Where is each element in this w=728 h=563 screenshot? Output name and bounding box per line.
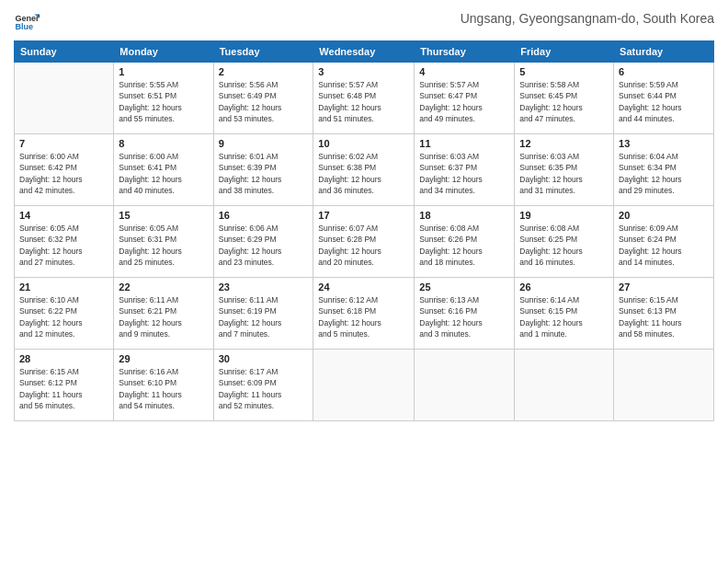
day-info: Sunrise: 6:14 AMSunset: 6:15 PMDaylight:… [519,294,609,339]
day-info: Sunrise: 6:03 AMSunset: 6:37 PMDaylight:… [419,151,509,196]
day-cell: 5Sunrise: 5:58 AMSunset: 6:45 PMDaylight… [515,63,614,134]
day-cell: 12Sunrise: 6:03 AMSunset: 6:35 PMDayligh… [515,134,614,206]
day-info: Sunrise: 6:07 AMSunset: 6:28 PMDaylight:… [318,223,409,268]
day-info: Sunrise: 6:02 AMSunset: 6:38 PMDaylight:… [318,151,409,196]
day-info: Sunrise: 6:08 AMSunset: 6:25 PMDaylight:… [519,223,609,268]
day-cell: 26Sunrise: 6:14 AMSunset: 6:15 PMDayligh… [515,278,614,350]
day-info: Sunrise: 6:13 AMSunset: 6:16 PMDaylight:… [419,294,509,339]
day-cell [415,350,515,421]
day-info: Sunrise: 6:09 AMSunset: 6:24 PMDaylight:… [619,223,709,268]
day-number: 3 [318,66,409,77]
day-cell: 14Sunrise: 6:05 AMSunset: 6:32 PMDayligh… [15,206,114,278]
col-header-sunday: Sunday [15,41,114,63]
day-info: Sunrise: 6:12 AMSunset: 6:18 PMDaylight:… [318,294,409,339]
day-info: Sunrise: 6:15 AMSunset: 6:13 PMDaylight:… [619,294,709,339]
day-number: 20 [619,210,709,221]
day-info: Sunrise: 6:06 AMSunset: 6:29 PMDaylight:… [219,223,309,268]
day-info: Sunrise: 6:11 AMSunset: 6:19 PMDaylight:… [219,294,309,339]
day-number: 8 [119,138,208,149]
day-info: Sunrise: 6:05 AMSunset: 6:31 PMDaylight:… [119,223,208,268]
day-number: 14 [19,210,108,221]
day-number: 9 [219,138,309,149]
day-info: Sunrise: 6:11 AMSunset: 6:21 PMDaylight:… [119,294,208,339]
day-info: Sunrise: 6:00 AMSunset: 6:42 PMDaylight:… [19,151,108,196]
day-cell: 17Sunrise: 6:07 AMSunset: 6:28 PMDayligh… [313,206,415,278]
day-cell: 20Sunrise: 6:09 AMSunset: 6:24 PMDayligh… [614,206,714,278]
day-number: 6 [619,66,709,77]
day-number: 5 [519,66,609,77]
day-info: Sunrise: 6:00 AMSunset: 6:41 PMDaylight:… [119,151,208,196]
day-number: 11 [419,138,509,149]
day-number: 25 [419,282,509,293]
day-info: Sunrise: 5:56 AMSunset: 6:49 PMDaylight:… [219,79,309,124]
col-header-wednesday: Wednesday [313,41,415,63]
day-info: Sunrise: 5:57 AMSunset: 6:47 PMDaylight:… [419,79,509,124]
day-info: Sunrise: 6:16 AMSunset: 6:10 PMDaylight:… [119,366,208,411]
day-cell: 25Sunrise: 6:13 AMSunset: 6:16 PMDayligh… [415,278,515,350]
day-cell [313,350,415,421]
page: General Blue Ungsang, Gyeongsangnam-do, … [0,0,728,563]
calendar-table: SundayMondayTuesdayWednesdayThursdayFrid… [14,40,714,421]
day-cell: 2Sunrise: 5:56 AMSunset: 6:49 PMDaylight… [213,63,313,134]
day-cell: 11Sunrise: 6:03 AMSunset: 6:37 PMDayligh… [415,134,515,206]
day-number: 19 [519,210,609,221]
day-info: Sunrise: 5:57 AMSunset: 6:48 PMDaylight:… [318,79,409,124]
day-number: 18 [419,210,509,221]
day-number: 4 [419,66,509,77]
day-number: 17 [318,210,409,221]
day-number: 16 [219,210,309,221]
day-cell: 21Sunrise: 6:10 AMSunset: 6:22 PMDayligh… [15,278,114,350]
day-cell: 30Sunrise: 6:17 AMSunset: 6:09 PMDayligh… [213,350,313,421]
col-header-monday: Monday [114,41,213,63]
day-info: Sunrise: 6:03 AMSunset: 6:35 PMDaylight:… [519,151,609,196]
title-block: Ungsang, Gyeongsangnam-do, South Korea [461,9,714,26]
day-cell: 8Sunrise: 6:00 AMSunset: 6:41 PMDaylight… [114,134,213,206]
day-cell: 22Sunrise: 6:11 AMSunset: 6:21 PMDayligh… [114,278,213,350]
col-header-friday: Friday [515,41,614,63]
day-cell: 13Sunrise: 6:04 AMSunset: 6:34 PMDayligh… [614,134,714,206]
day-info: Sunrise: 6:05 AMSunset: 6:32 PMDaylight:… [19,223,108,268]
day-number: 23 [219,282,309,293]
day-cell: 16Sunrise: 6:06 AMSunset: 6:29 PMDayligh… [213,206,313,278]
day-number: 10 [318,138,409,149]
day-cell: 28Sunrise: 6:15 AMSunset: 6:12 PMDayligh… [15,350,114,421]
logo-icon: General Blue [14,9,40,35]
day-info: Sunrise: 5:58 AMSunset: 6:45 PMDaylight:… [519,79,609,124]
day-cell: 9Sunrise: 6:01 AMSunset: 6:39 PMDaylight… [213,134,313,206]
day-cell [515,350,614,421]
day-number: 12 [519,138,609,149]
day-number: 1 [119,66,208,77]
day-cell [15,63,114,134]
week-row-0: 1Sunrise: 5:55 AMSunset: 6:51 PMDaylight… [15,63,714,134]
day-info: Sunrise: 6:04 AMSunset: 6:34 PMDaylight:… [619,151,709,196]
day-number: 22 [119,282,208,293]
day-cell: 18Sunrise: 6:08 AMSunset: 6:26 PMDayligh… [415,206,515,278]
day-number: 15 [119,210,208,221]
day-cell: 19Sunrise: 6:08 AMSunset: 6:25 PMDayligh… [515,206,614,278]
subtitle: Ungsang, Gyeongsangnam-do, South Korea [461,11,714,26]
day-cell: 3Sunrise: 5:57 AMSunset: 6:48 PMDaylight… [313,63,415,134]
day-number: 28 [19,353,108,364]
week-row-1: 7Sunrise: 6:00 AMSunset: 6:42 PMDaylight… [15,134,714,206]
day-info: Sunrise: 6:10 AMSunset: 6:22 PMDaylight:… [19,294,108,339]
day-cell: 27Sunrise: 6:15 AMSunset: 6:13 PMDayligh… [614,278,714,350]
day-number: 7 [19,138,108,149]
day-number: 29 [119,353,208,364]
day-cell: 29Sunrise: 6:16 AMSunset: 6:10 PMDayligh… [114,350,213,421]
day-cell: 15Sunrise: 6:05 AMSunset: 6:31 PMDayligh… [114,206,213,278]
day-cell: 24Sunrise: 6:12 AMSunset: 6:18 PMDayligh… [313,278,415,350]
day-cell: 23Sunrise: 6:11 AMSunset: 6:19 PMDayligh… [213,278,313,350]
day-cell: 1Sunrise: 5:55 AMSunset: 6:51 PMDaylight… [114,63,213,134]
day-info: Sunrise: 6:01 AMSunset: 6:39 PMDaylight:… [219,151,309,196]
day-number: 2 [219,66,309,77]
day-cell: 10Sunrise: 6:02 AMSunset: 6:38 PMDayligh… [313,134,415,206]
day-info: Sunrise: 6:15 AMSunset: 6:12 PMDaylight:… [19,366,108,411]
day-cell: 7Sunrise: 6:00 AMSunset: 6:42 PMDaylight… [15,134,114,206]
day-cell [614,350,714,421]
col-header-saturday: Saturday [614,41,714,63]
header-row: SundayMondayTuesdayWednesdayThursdayFrid… [15,41,714,63]
day-number: 13 [619,138,709,149]
day-info: Sunrise: 6:08 AMSunset: 6:26 PMDaylight:… [419,223,509,268]
day-info: Sunrise: 5:59 AMSunset: 6:44 PMDaylight:… [619,79,709,124]
week-row-2: 14Sunrise: 6:05 AMSunset: 6:32 PMDayligh… [15,206,714,278]
